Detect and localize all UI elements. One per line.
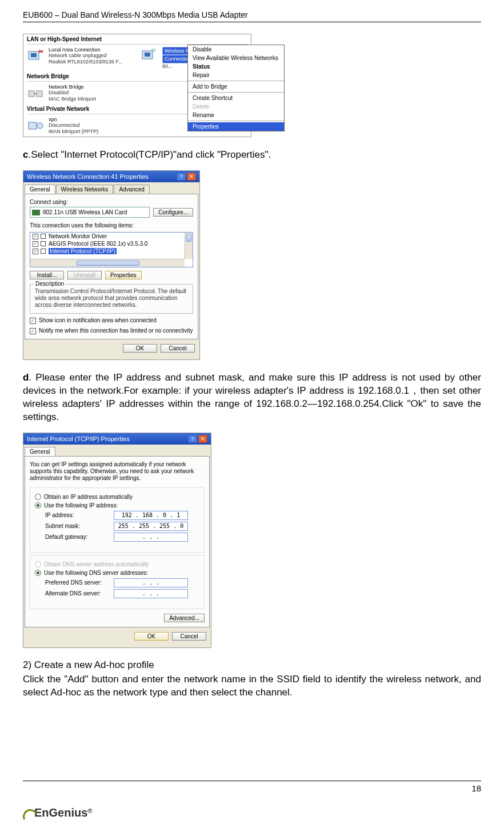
configure-button[interactable]: Configure...: [153, 208, 193, 217]
dialog-title: Internet Protocol (TCP/IP) Properties: [27, 435, 130, 442]
pref-dns-label: Preferred DNS server:: [45, 579, 114, 586]
tab-wireless[interactable]: Wireless Networks: [56, 185, 114, 194]
bridge-icon: [27, 86, 45, 101]
gateway-label: Default gateway:: [45, 534, 114, 540]
lac-device: Realtek RTL8102/8103/8136 F...: [49, 59, 122, 65]
menu-status[interactable]: Status: [188, 62, 284, 71]
bridge-device: MAC Bridge Miniport: [49, 96, 96, 102]
cancel-button[interactable]: Cancel: [161, 344, 195, 353]
tab-advanced[interactable]: Advanced: [114, 185, 149, 194]
connect-using-label: Connect using:: [30, 199, 193, 205]
use-dns-radio[interactable]: Use the following DNS server addresses:: [35, 570, 199, 576]
show-icon-check[interactable]: ✓Show icon in notification area when con…: [30, 317, 193, 324]
vscrollbar[interactable]: [185, 233, 193, 259]
svg-rect-6: [29, 91, 34, 97]
ok-button[interactable]: OK: [123, 344, 157, 353]
advanced-button[interactable]: Advanced...: [164, 614, 205, 622]
gateway-input[interactable]: . . .: [114, 533, 188, 542]
intro-text: You can get IP settings assigned automat…: [30, 461, 205, 482]
vpn-status: Disconnected: [49, 122, 98, 128]
nic-display: 802.11n USB Wireless LAN Card: [30, 207, 150, 218]
dialog-title: Wireless Network Connection 41 Propertie…: [27, 173, 149, 180]
logo: EnGenius®: [23, 806, 92, 821]
lac-name: Local Area Connection: [49, 47, 122, 53]
menu-disable[interactable]: Disable: [188, 45, 284, 54]
vpn-device: WAN Miniport (PPTP): [49, 129, 98, 134]
description-text: Transmission Control Protocol/Internet P…: [35, 288, 188, 309]
wireless-icon: [141, 47, 159, 62]
ip-input[interactable]: 192 . 168 . 0 . 1: [114, 511, 188, 520]
help-button[interactable]: ?: [188, 435, 197, 443]
logo-swoosh-icon: [23, 808, 35, 821]
items-label: This connection uses the following items…: [30, 222, 193, 229]
uninstall-button: Uninstall: [67, 271, 102, 279]
hscrollbar[interactable]: [30, 259, 185, 267]
page-number: 18: [471, 783, 481, 793]
bridge-name: Network Bridge: [49, 84, 96, 90]
install-button[interactable]: Install...: [30, 271, 64, 279]
description-group: Description Transmission Control Protoco…: [30, 284, 193, 314]
menu-rename[interactable]: Rename: [188, 111, 284, 119]
svg-rect-5: [145, 53, 150, 57]
tab-general[interactable]: General: [25, 185, 55, 194]
screenshot-tcpip-properties: Internet Protocol (TCP/IP) Properties ? …: [23, 433, 211, 648]
use-ip-radio[interactable]: Use the following IP address:: [35, 502, 199, 509]
nic-icon: [32, 210, 40, 215]
screenshot-connection-properties: Wireless Network Connection 41 Propertie…: [23, 170, 200, 360]
tabs: General Wireless Networks Advanced: [23, 182, 199, 194]
obtain-dns-radio: Obtain DNS server address automatically: [35, 561, 199, 567]
alt-dns-label: Alternate DNS server:: [45, 590, 114, 597]
page-header: EUB600 – Dual Band Wireless-N 300Mbps Me…: [23, 0, 481, 22]
item-nmd[interactable]: ✓🞎Network Monitor Driver: [30, 233, 193, 240]
lan-icon: [27, 49, 45, 63]
vpn-icon: [27, 118, 45, 133]
obtain-ip-radio[interactable]: Obtain an IP address automatically: [35, 494, 199, 500]
context-menu: Disable View Available Wireless Networks…: [187, 45, 285, 131]
properties-button[interactable]: Properties: [105, 271, 142, 279]
menu-shortcut[interactable]: Create Shortcut: [188, 94, 284, 102]
lac-status: Network cable unplugged: [49, 53, 122, 58]
svg-rect-7: [37, 91, 42, 97]
help-button[interactable]: ?: [177, 173, 186, 181]
menu-view-networks[interactable]: View Available Wireless Networks: [188, 54, 284, 62]
notify-check[interactable]: ✓Notify me when this connection has limi…: [30, 327, 193, 334]
item-aegis[interactable]: ✓🞎AEGIS Protocol (IEEE 802.1x) v3.5.3.0: [30, 240, 193, 247]
subnet-label: Subnet mask:: [45, 523, 114, 529]
components-list[interactable]: ✓🞎Network Monitor Driver ✓🞎AEGIS Protoco…: [30, 232, 193, 267]
section-2-text: Click the "Add" button and enter the net…: [23, 673, 481, 699]
svg-rect-1: [31, 53, 37, 57]
lac-item[interactable]: Local Area Connection Network cable unpl…: [23, 45, 137, 67]
titlebar: Internet Protocol (TCP/IP) Properties ? …: [23, 433, 211, 445]
paragraph-d: d. Please enter the IP address and subne…: [23, 371, 481, 424]
menu-properties[interactable]: Properties: [188, 122, 284, 131]
menu-delete: Delete: [188, 102, 284, 111]
menu-add-bridge[interactable]: Add to Bridge: [188, 82, 284, 91]
close-button[interactable]: ✕: [187, 173, 196, 181]
svg-point-10: [37, 123, 43, 129]
tab-general[interactable]: General: [25, 447, 55, 456]
bridge-status: Disabled: [49, 90, 96, 95]
screenshot-network-connections: LAN or High-Speed Internet Local Area Co…: [23, 34, 251, 137]
subnet-input[interactable]: 255 . 255 . 255 . 0: [114, 522, 188, 531]
svg-rect-9: [29, 122, 37, 129]
titlebar: Wireless Network Connection 41 Propertie…: [23, 171, 199, 182]
vpn-name: vpn: [49, 117, 98, 122]
page-footer: 18: [23, 781, 481, 793]
section-lan: LAN or High-Speed Internet: [23, 34, 251, 44]
ip-label: IP address:: [45, 512, 114, 518]
alt-dns-input[interactable]: . . .: [114, 589, 188, 598]
pref-dns-input[interactable]: . . .: [114, 578, 188, 587]
paragraph-c: c.Select "Internet Protocol(TCP/IP)"and …: [23, 149, 481, 162]
section-2-heading: 2) Create a new Ad-hoc profile: [23, 659, 481, 671]
description-legend: Description: [34, 281, 66, 287]
cancel-button[interactable]: Cancel: [172, 632, 206, 641]
ok-button[interactable]: OK: [134, 632, 169, 641]
menu-repair[interactable]: Repair: [188, 71, 284, 79]
item-tcpip[interactable]: ✓🞎Internet Protocol (TCP/IP): [30, 247, 193, 255]
close-button[interactable]: ✕: [198, 435, 207, 443]
